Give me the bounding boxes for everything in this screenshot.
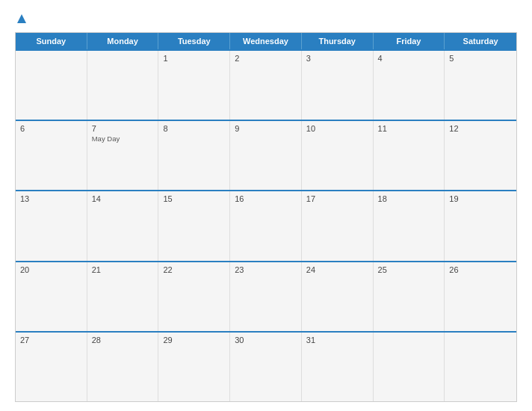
weekday-header: Thursday (302, 33, 374, 49)
day-event: May Day (92, 135, 154, 143)
day-number: 17 (306, 194, 368, 203)
day-number: 6 (20, 124, 82, 133)
day-number: 18 (378, 194, 440, 203)
calendar-cell: 31 (302, 333, 374, 401)
calendar: SundayMondayTuesdayWednesdayThursdayFrid… (15, 32, 517, 402)
calendar-cell: 8 (158, 121, 230, 190)
day-number: 13 (20, 194, 82, 203)
day-number: 1 (163, 54, 225, 63)
calendar-cell: 4 (374, 51, 445, 120)
day-number: 2 (235, 54, 297, 63)
calendar-cell: 15 (158, 191, 230, 260)
day-number: 31 (306, 336, 368, 344)
day-number: 22 (163, 265, 225, 274)
day-number: 20 (20, 265, 82, 274)
calendar-cell (87, 51, 159, 120)
logo-icon (16, 13, 27, 24)
calendar-cell (445, 333, 516, 401)
weekday-header: Sunday (16, 33, 87, 49)
calendar-cell (16, 51, 87, 120)
calendar-cell: 26 (445, 262, 516, 331)
calendar-cell: 3 (302, 51, 374, 120)
day-number: 7 (92, 124, 154, 133)
weekday-header: Saturday (445, 33, 516, 49)
calendar-cell: 27 (16, 333, 87, 401)
calendar-week: 67May Day89101112 (16, 120, 516, 190)
calendar-cell: 24 (302, 262, 374, 331)
day-number: 10 (306, 124, 368, 133)
logo (15, 13, 27, 25)
calendar-cell: 2 (230, 51, 302, 120)
calendar-cell: 13 (16, 191, 87, 260)
calendar-cell: 1 (158, 51, 230, 120)
day-number: 25 (378, 265, 440, 274)
day-number: 29 (163, 336, 225, 344)
page-header (15, 13, 517, 25)
calendar-cell: 29 (158, 333, 230, 401)
weekday-header: Monday (87, 33, 159, 49)
day-number: 28 (92, 336, 154, 344)
calendar-cell: 9 (230, 121, 302, 190)
day-number: 14 (92, 194, 154, 203)
day-number: 19 (449, 194, 512, 203)
calendar-cell: 18 (374, 191, 445, 260)
day-number: 9 (235, 124, 297, 133)
weekday-header: Wednesday (230, 33, 302, 49)
calendar-cell (374, 333, 445, 401)
calendar-cell: 14 (87, 191, 159, 260)
day-number: 24 (306, 265, 368, 274)
weekday-header: Friday (374, 33, 445, 49)
calendar-cell: 10 (302, 121, 374, 190)
calendar-cell: 30 (230, 333, 302, 401)
calendar-cell: 22 (158, 262, 230, 331)
calendar-page: SundayMondayTuesdayWednesdayThursdayFrid… (0, 0, 532, 411)
svg-marker-0 (17, 14, 26, 23)
weekday-header: Tuesday (158, 33, 230, 49)
calendar-week: 13141516171819 (16, 190, 516, 260)
calendar-cell: 16 (230, 191, 302, 260)
calendar-header: SundayMondayTuesdayWednesdayThursdayFrid… (16, 33, 516, 49)
calendar-cell: 17 (302, 191, 374, 260)
calendar-week: 2728293031 (16, 331, 516, 401)
day-number: 4 (378, 54, 440, 63)
day-number: 30 (235, 336, 297, 344)
day-number: 23 (235, 265, 297, 274)
day-number: 12 (449, 124, 512, 133)
calendar-cell: 28 (87, 333, 159, 401)
day-number: 3 (306, 54, 368, 63)
calendar-week: 20212223242526 (16, 261, 516, 331)
calendar-cell: 21 (87, 262, 159, 331)
day-number: 8 (163, 124, 225, 133)
day-number: 21 (92, 265, 154, 274)
calendar-cell: 7May Day (87, 121, 159, 190)
calendar-cell: 19 (445, 191, 516, 260)
calendar-week: 12345 (16, 49, 516, 120)
calendar-cell: 6 (16, 121, 87, 190)
calendar-body: 1234567May Day89101112131415161718192021… (16, 49, 516, 401)
calendar-cell: 23 (230, 262, 302, 331)
day-number: 16 (235, 194, 297, 203)
day-number: 15 (163, 194, 225, 203)
calendar-cell: 25 (374, 262, 445, 331)
calendar-cell: 12 (445, 121, 516, 190)
calendar-cell: 11 (374, 121, 445, 190)
day-number: 26 (449, 265, 512, 274)
day-number: 27 (20, 336, 82, 344)
calendar-cell: 20 (16, 262, 87, 331)
day-number: 11 (378, 124, 440, 133)
day-number: 5 (449, 54, 512, 63)
calendar-cell: 5 (445, 51, 516, 120)
